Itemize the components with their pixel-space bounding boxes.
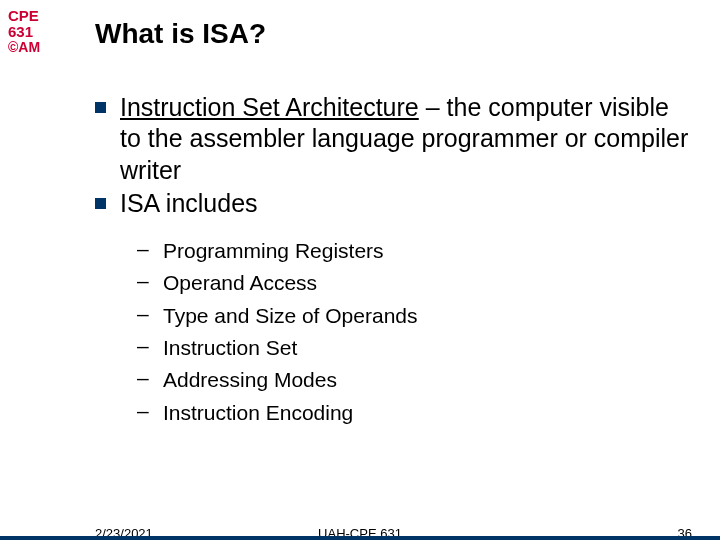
- sub-text: Programming Registers: [163, 237, 384, 265]
- dash-icon: –: [137, 269, 151, 293]
- sub-text: Instruction Set: [163, 334, 297, 362]
- bullet-item: Instruction Set Architecture – the compu…: [95, 92, 690, 186]
- sub-item: – Type and Size of Operands: [137, 302, 690, 330]
- dash-icon: –: [137, 302, 151, 326]
- sub-item: – Programming Registers: [137, 237, 690, 265]
- logo-line1: CPE: [8, 8, 58, 24]
- bullet-rest: ISA includes: [120, 189, 258, 217]
- bullet-item: ISA includes: [95, 188, 690, 219]
- logo-line2: 631: [8, 24, 58, 40]
- bullet-text: ISA includes: [120, 188, 258, 219]
- dash-icon: –: [137, 366, 151, 390]
- dash-icon: –: [137, 399, 151, 423]
- bullet-text: Instruction Set Architecture – the compu…: [120, 92, 690, 186]
- square-bullet-icon: [95, 102, 106, 113]
- course-logo: CPE 631 ©AM: [8, 8, 58, 54]
- sub-item: – Instruction Set: [137, 334, 690, 362]
- sub-item: – Operand Access: [137, 269, 690, 297]
- sub-item: – Instruction Encoding: [137, 399, 690, 427]
- dash-icon: –: [137, 334, 151, 358]
- sub-text: Addressing Modes: [163, 366, 337, 394]
- sub-text: Operand Access: [163, 269, 317, 297]
- sub-item: – Addressing Modes: [137, 366, 690, 394]
- sub-list: – Programming Registers – Operand Access…: [137, 237, 690, 427]
- square-bullet-icon: [95, 198, 106, 209]
- slide-content: Instruction Set Architecture – the compu…: [95, 92, 690, 431]
- bottom-accent-bar: [0, 536, 720, 540]
- dash-icon: –: [137, 237, 151, 261]
- sub-text: Type and Size of Operands: [163, 302, 418, 330]
- slide-title: What is ISA?: [95, 18, 266, 50]
- logo-line3: ©AM: [8, 40, 58, 55]
- sub-text: Instruction Encoding: [163, 399, 353, 427]
- underlined-term: Instruction Set Architecture: [120, 93, 419, 121]
